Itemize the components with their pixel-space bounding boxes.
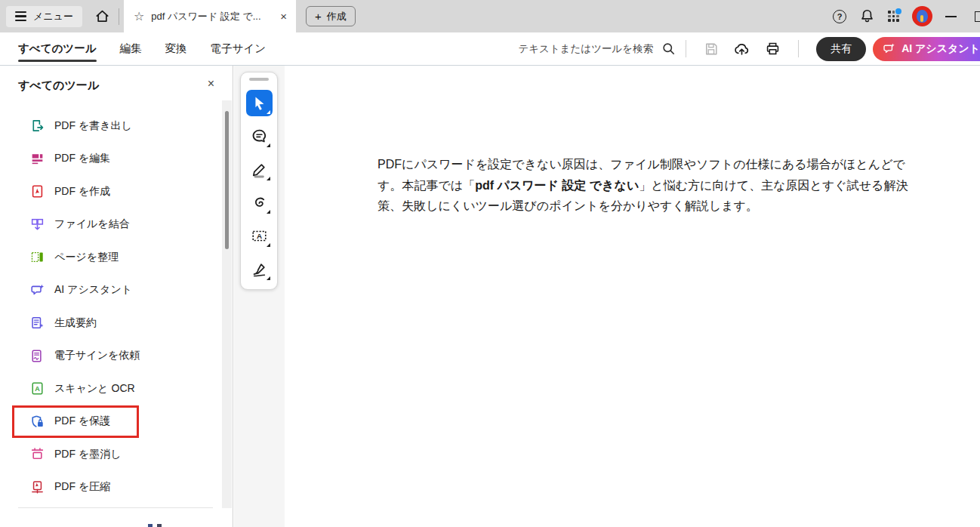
highlight-tool[interactable]: [246, 156, 273, 183]
svg-text:A: A: [35, 385, 40, 393]
upload-cloud-button[interactable]: [734, 41, 750, 57]
draw-tool[interactable]: [246, 190, 273, 216]
help-button[interactable]: ?: [833, 10, 846, 23]
save-icon: [704, 42, 719, 57]
comment-tool[interactable]: [246, 123, 273, 149]
sidebar-item[interactable]: PDF を編集: [0, 143, 220, 176]
protect-pdf-icon: [30, 415, 45, 429]
submenu-corner-icon: [267, 210, 270, 214]
drag-handle[interactable]: [249, 78, 269, 81]
sidebar-item[interactable]: 生成要約: [0, 307, 220, 340]
acrobat-window: メニュー ☆ pdf パスワード 設定 で... × + 作成 ?: [0, 0, 980, 527]
plus-icon: +: [315, 11, 322, 22]
print-button[interactable]: [765, 41, 781, 57]
tab-edit[interactable]: 編集: [120, 32, 142, 65]
maximize-button[interactable]: [975, 11, 980, 22]
search-icon: [661, 42, 676, 56]
menu-button[interactable]: メニュー: [6, 6, 82, 27]
document-line: 策、失敗しにくいツール選びのポイントを分かりやすく解説します。: [378, 196, 908, 217]
app-toolbar: すべてのツール 編集 変換 電子サイン テキストまたはツールを検索: [0, 32, 980, 66]
avatar: [912, 6, 932, 26]
sidebar-close-icon[interactable]: ×: [208, 77, 214, 91]
submenu-corner-icon: [267, 110, 270, 114]
document-tab[interactable]: ☆ pdf パスワード 設定 で... ×: [124, 0, 296, 32]
compress-pdf-icon: [30, 480, 45, 495]
tab-close-icon[interactable]: ×: [279, 10, 288, 23]
sidebar-item-label: スキャンと OCR: [54, 382, 135, 396]
search-button[interactable]: テキストまたはツールを検索: [518, 42, 676, 56]
apps-grid-icon: [888, 11, 899, 22]
sidebar-header: すべてのツール ×: [0, 66, 233, 103]
toolbar-tabs: すべてのツール 編集 変換 電子サイン: [18, 32, 266, 65]
ai-assistant-icon: [30, 283, 45, 297]
text-box-tool[interactable]: A: [246, 223, 273, 249]
sidebar-item-label: ファイルを結合: [54, 217, 130, 231]
all-tools-sidebar: すべてのツール × PDF を書き出しPDF を編集PDF を作成ファイルを結合…: [0, 66, 233, 527]
bell-icon: [859, 8, 875, 24]
sidebar-item[interactable]: PDF を墨消し: [0, 438, 220, 471]
scan-ocr-icon: A: [30, 381, 45, 396]
document-bold-keyword: pdf パスワード 設定 できない: [475, 179, 639, 192]
sidebar-tool-list: PDF を書き出しPDF を編集PDF を作成ファイルを結合ページを整理AI ア…: [0, 109, 220, 504]
document-line: PDFにパスワードを設定できない原因は、ファイル制限やソフトの仕様にある場合がほ…: [378, 154, 908, 175]
sidebar-item-label: 電子サインを依頼: [54, 349, 140, 362]
home-icon: [94, 8, 110, 24]
sidebar-item[interactable]: PDF を作成: [0, 175, 220, 208]
sidebar-item[interactable]: PDF を圧縮: [0, 471, 220, 504]
submenu-corner-icon: [267, 276, 270, 280]
sidebar-item[interactable]: ページを整理: [0, 241, 220, 274]
request-esign-icon: [30, 349, 45, 363]
fill-sign-tool[interactable]: [246, 256, 273, 282]
document-line: す。本記事では「pdf パスワード 設定 できない」と悩む方に向けて、主な原因と…: [378, 175, 908, 196]
sidebar-item[interactable]: ファイルを結合: [0, 208, 220, 242]
window-titlebar: メニュー ☆ pdf パスワード 設定 で... × + 作成 ?: [0, 0, 980, 32]
sidebar-item[interactable]: PDF を保護: [0, 405, 220, 439]
redact-pdf-icon: [30, 447, 45, 461]
sidebar-section-divider: [18, 507, 213, 508]
tab-esign[interactable]: 電子サイン: [211, 32, 267, 65]
minimize-button[interactable]: [945, 16, 957, 17]
document-tab-title: pdf パスワード 設定 で...: [151, 10, 272, 23]
sidebar-item-label: AI アシスタント: [54, 283, 132, 297]
help-icon: ?: [833, 10, 846, 23]
search-label: テキストまたはツールを検索: [518, 42, 653, 56]
sidebar-scrollbar-track[interactable]: [222, 100, 232, 508]
submenu-corner-icon: [267, 143, 270, 147]
ai-sparkle-icon: [883, 42, 895, 55]
create-pdf-icon: [30, 184, 45, 199]
select-tool[interactable]: [246, 90, 273, 116]
toolbar-right: テキストまたはツールを検索: [518, 37, 980, 61]
ai-assistant-button[interactable]: AI アシスタント: [873, 37, 980, 61]
sidebar-item-label: PDF を圧縮: [54, 480, 110, 494]
generative-summary-icon: [30, 316, 45, 330]
sidebar-item-label: ページを整理: [54, 251, 119, 264]
sidebar-item[interactable]: PDF を書き出し: [0, 109, 220, 143]
organize-pages-icon: [30, 250, 45, 264]
tab-all-tools[interactable]: すべてのツール: [18, 32, 97, 65]
sidebar-item[interactable]: Aスキャンと OCR: [0, 372, 220, 405]
tab-convert[interactable]: 変換: [165, 32, 187, 65]
home-button[interactable]: [94, 8, 110, 24]
share-button[interactable]: 共有: [816, 37, 866, 61]
menu-button-label: メニュー: [33, 10, 73, 23]
sidebar-item-label: PDF を作成: [54, 185, 110, 199]
export-pdf-icon: [30, 119, 45, 133]
submenu-corner-icon: [267, 243, 270, 247]
save-button[interactable]: [704, 42, 719, 57]
quick-tools-bar: A: [240, 72, 278, 290]
sidebar-item[interactable]: 電子サインを依頼: [0, 340, 220, 373]
create-button[interactable]: + 作成: [306, 6, 356, 26]
notifications-button[interactable]: [859, 8, 875, 24]
printer-icon: [765, 41, 781, 57]
apps-launcher-button[interactable]: [888, 11, 899, 22]
document-viewport[interactable]: PDFにパスワードを設定できない原因は、ファイル制限やソフトの仕様にある場合がほ…: [285, 66, 980, 527]
star-icon[interactable]: ☆: [134, 11, 144, 23]
sidebar-item[interactable]: AI アシスタント: [0, 274, 220, 307]
tools-gutter: A: [234, 66, 285, 527]
edit-pdf-icon: [30, 152, 45, 166]
sidebar-item-label: PDF を保護: [54, 415, 110, 428]
sidebar-scrollbar-thumb[interactable]: [225, 111, 229, 249]
sidebar-item-label: 生成要約: [54, 316, 97, 330]
account-button[interactable]: [912, 6, 932, 26]
partially-visible-item-icon: [148, 524, 165, 527]
